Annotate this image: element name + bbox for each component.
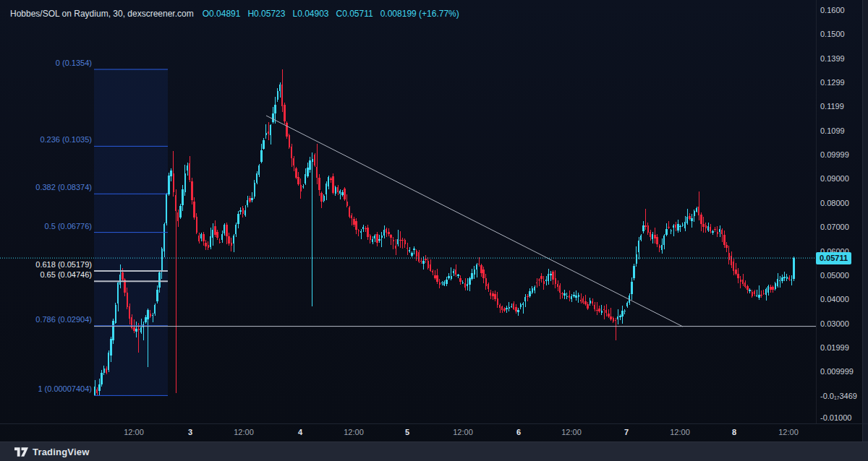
price-tick-12: 0.04000	[820, 294, 849, 304]
descending-trendline[interactable]	[266, 116, 683, 327]
ohlc-header: Hobbes/SOL on Raydium, 30, dexscreener.c…	[10, 9, 467, 19]
fib-label-3: 0.5 (0.06776)	[45, 221, 92, 231]
price-tick-8: 0.08000	[820, 198, 849, 208]
tradingview-chart-widget: Hobbes/SOL on Raydium, 30, dexscreener.c…	[0, 0, 868, 461]
candlesticks	[94, 69, 795, 395]
change-percent: 0.008199 (+16.77%)	[380, 9, 459, 19]
price-tick-7: 0.09000	[820, 173, 849, 184]
fib-label-0: 0 (0.1354)	[56, 58, 92, 68]
time-tick-11: 8	[732, 428, 736, 436]
last-price-value: 0.05711	[820, 254, 848, 262]
ohlc-high: H0.05723	[247, 9, 285, 19]
time-tick-4: 12:00	[344, 428, 364, 436]
tradingview-icon	[14, 447, 28, 457]
time-tick-12: 12:00	[778, 428, 799, 436]
price-tick-13: 0.03000	[820, 319, 849, 329]
price-tick-9: 0.07000	[820, 222, 849, 232]
right-gutter	[862, 0, 868, 441]
time-tick-1: 3	[188, 428, 192, 436]
price-tick-15: 0.009999	[820, 366, 854, 376]
price-axis[interactable]: 0.16000.15000.13990.12990.11990.10990.09…	[816, 0, 863, 423]
symbol-title: Hobbes/SOL on Raydium, 30, dexscreener.c…	[10, 9, 194, 19]
time-tick-2: 12:00	[234, 428, 254, 436]
time-tick-0: 12:00	[124, 428, 144, 436]
fib-label-2: 0.382 (0.08374)	[35, 182, 92, 192]
price-tick-3: 0.1299	[820, 77, 845, 87]
time-tick-8: 12:00	[561, 428, 582, 436]
last-price-tag: 0.05711	[816, 252, 851, 264]
tradingview-bar: TradingView	[0, 441, 868, 461]
tradingview-label: TradingView	[33, 447, 90, 457]
price-tick-16: -0.0₁₇3469	[820, 391, 857, 401]
time-tick-9: 7	[624, 428, 629, 436]
tradingview-logo-link[interactable]: TradingView	[14, 447, 90, 457]
price-tick-0: 0.1600	[820, 5, 845, 15]
price-tick-17: -0.01000	[820, 413, 851, 423]
price-tick-4: 0.1199	[820, 101, 844, 111]
fib-label-1: 0.236 (0.1035)	[40, 134, 92, 145]
chart-canvas[interactable]	[0, 0, 868, 461]
price-tick-1: 0.1500	[820, 29, 845, 39]
price-tick-14: 0.01999	[820, 342, 849, 353]
fib-label-4: 0.618 (0.05179)	[35, 259, 92, 270]
ohlc-close: C0.05711	[336, 9, 373, 19]
time-tick-3: 4	[298, 428, 302, 436]
price-tick-2: 0.1399	[820, 53, 845, 64]
price-tick-5: 0.1099	[820, 126, 845, 136]
time-tick-10: 12:00	[670, 428, 690, 436]
price-tick-6: 0.09999	[820, 150, 849, 160]
fib-label-7: 1 (0.00007404)	[38, 384, 92, 394]
time-tick-7: 6	[516, 428, 521, 436]
price-tick-11: 0.05000	[820, 270, 849, 280]
fib-label-6: 0.786 (0.02904)	[35, 314, 92, 324]
fib-label-5: 0.65 (0.04746)	[40, 270, 92, 280]
time-tick-5: 5	[405, 428, 409, 436]
ohlc-open: O0.04891	[203, 9, 241, 19]
time-axis[interactable]: 12:00312:00412:00512:00612:00712:00812:0…	[0, 423, 868, 442]
time-tick-6: 12:00	[453, 428, 473, 436]
ohlc-low: L0.04903	[292, 9, 328, 19]
